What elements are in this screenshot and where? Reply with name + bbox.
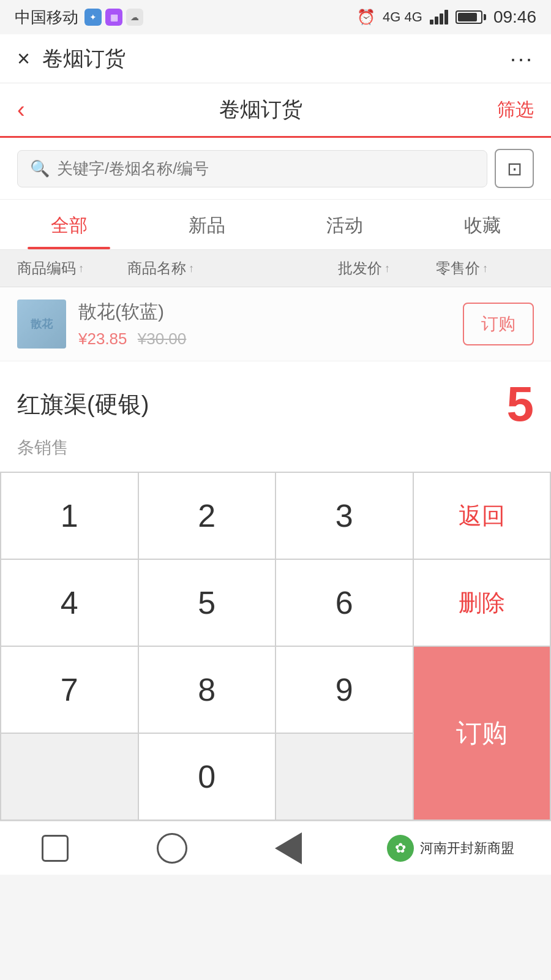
order-product-name: 红旗渠(硬银) (17, 389, 149, 420)
search-input-wrap[interactable]: 🔍 (17, 150, 487, 187)
wholesale-price: ¥23.85 (78, 330, 127, 348)
alarm-icon: ⏰ (357, 9, 375, 26)
more-options-icon[interactable]: ··· (510, 46, 534, 72)
app-icon-2: ▦ (105, 9, 122, 26)
nav-back-button[interactable] (154, 830, 190, 867)
app-header-title: 卷烟订货 (219, 96, 302, 124)
numpad-key-6[interactable]: 6 (276, 560, 413, 646)
company-label: 河南开封新商盟 (420, 839, 514, 858)
numpad-delete-button[interactable]: 删除 (414, 560, 550, 646)
col-header-wholesale[interactable]: 批发价 ↑ (338, 258, 436, 278)
numpad: 1 2 3 返回 4 5 6 删除 7 8 9 订购 0 (0, 472, 551, 821)
product-image-inner: 散花 (17, 300, 66, 349)
signal-bars (430, 10, 448, 24)
app-icon-3: ☁ (126, 9, 143, 26)
product-price: ¥23.85 ¥30.00 (78, 330, 463, 349)
battery-indicator (455, 10, 486, 24)
order-quantity-display: 5 (507, 380, 534, 429)
app-header: ‹ 卷烟订货 筛选 (0, 83, 551, 138)
close-icon[interactable]: × (17, 46, 30, 72)
search-input[interactable] (57, 159, 474, 178)
status-right: ⏰ 4G 4G 09:46 (357, 7, 536, 27)
wechat-area: ✿ 河南开封新商盟 (387, 835, 514, 862)
title-bar: × 卷烟订货 ··· (0, 34, 551, 83)
status-left: 中国移动 ✦ ▦ ☁ (15, 7, 143, 28)
col-header-name[interactable]: 商品名称 ↑ (127, 258, 338, 278)
numpad-key-1[interactable]: 1 (1, 473, 138, 559)
scan-icon: ⊡ (507, 158, 522, 179)
numpad-key-empty-left (1, 734, 138, 820)
home-square-icon (42, 835, 69, 862)
col-header-code[interactable]: 商品编码 ↑ (17, 258, 127, 278)
product-item: 散花 散花(软蓝) ¥23.85 ¥30.00 订购 (0, 287, 551, 361)
title-bar-left: × 卷烟订货 (17, 45, 126, 73)
numpad-key-8[interactable]: 8 (139, 647, 276, 733)
tab-all[interactable]: 全部 (0, 200, 138, 249)
order-panel: 红旗渠(硬银) 5 条销售 (0, 361, 551, 472)
filter-button[interactable]: 筛选 (497, 97, 534, 123)
sort-arrow-name: ↑ (189, 262, 194, 275)
nav-previous-button[interactable] (270, 830, 307, 867)
numpad-key-7[interactable]: 7 (1, 647, 138, 733)
tab-favorites[interactable]: 收藏 (413, 200, 551, 249)
sort-arrow-retail: ↑ (482, 262, 488, 275)
numpad-key-9[interactable]: 9 (276, 647, 413, 733)
status-icons: ✦ ▦ ☁ (84, 9, 143, 26)
back-icon[interactable]: ‹ (17, 97, 25, 123)
tab-new[interactable]: 新品 (138, 200, 276, 249)
bottom-nav: ✿ 河南开封新商盟 (0, 821, 551, 875)
back-circle-icon (157, 833, 187, 864)
column-headers: 商品编码 ↑ 商品名称 ↑ 批发价 ↑ 零售价 ↑ (0, 250, 551, 287)
order-unit-label: 条销售 (17, 436, 534, 459)
order-button[interactable]: 订购 (463, 303, 534, 345)
search-bar: 🔍 ⊡ (0, 138, 551, 200)
numpad-key-4[interactable]: 4 (1, 560, 138, 646)
numpad-key-2[interactable]: 2 (139, 473, 276, 559)
title-bar-title: 卷烟订货 (42, 45, 126, 73)
wechat-icon: ✿ (387, 835, 414, 862)
numpad-key-3[interactable]: 3 (276, 473, 413, 559)
order-panel-header: 红旗渠(硬银) 5 (17, 380, 534, 429)
numpad-key-0[interactable]: 0 (139, 734, 276, 820)
numpad-key-empty-right (276, 734, 413, 820)
carrier-label: 中国移动 (15, 7, 78, 28)
app-icon-1: ✦ (84, 9, 102, 26)
tab-activity[interactable]: 活动 (276, 200, 413, 249)
status-bar: 中国移动 ✦ ▦ ☁ ⏰ 4G 4G 09:46 (0, 0, 551, 34)
product-info: 散花(软蓝) ¥23.85 ¥30.00 (78, 300, 463, 349)
retail-price: ¥30.00 (138, 330, 187, 348)
time-label: 09:46 (493, 7, 536, 27)
scan-button[interactable]: ⊡ (495, 149, 534, 188)
tab-bar: 全部 新品 活动 收藏 (0, 200, 551, 250)
sort-arrow-wholesale: ↑ (384, 262, 390, 275)
numpad-order-button[interactable]: 订购 (414, 647, 550, 820)
product-image: 散花 (17, 300, 66, 349)
search-icon: 🔍 (30, 159, 50, 178)
sort-arrow-code: ↑ (78, 262, 84, 275)
col-header-retail[interactable]: 零售价 ↑ (436, 258, 534, 278)
numpad-key-5[interactable]: 5 (139, 560, 276, 646)
numpad-back-button[interactable]: 返回 (414, 473, 550, 559)
nav-home-button[interactable] (37, 830, 73, 867)
product-name: 散花(软蓝) (78, 300, 463, 325)
previous-triangle-icon (275, 832, 302, 864)
network-label: 4G 4G (383, 9, 422, 25)
